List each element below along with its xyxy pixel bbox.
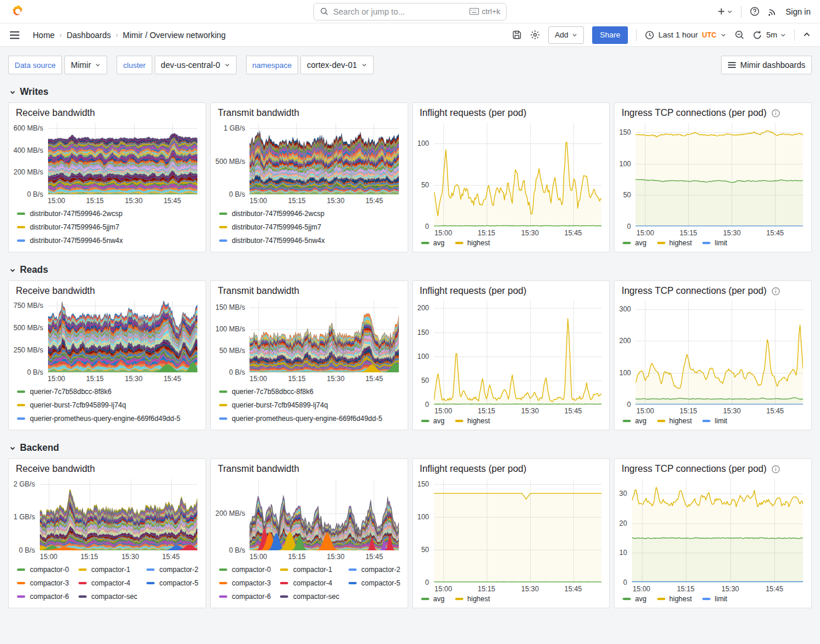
legend-label[interactable]: compactor-secondary-0 [91,592,137,601]
sign-in-button[interactable]: Sign in [785,7,811,16]
info-icon[interactable] [771,109,780,118]
legend-label[interactable]: limit [715,417,727,425]
legend-label[interactable]: avg [635,417,646,425]
panel-title[interactable]: Receive bandwidth [16,108,95,118]
legend-label[interactable]: compactor-3 [232,579,271,587]
breadcrumb-home[interactable]: Home [33,30,54,40]
section-header-backend[interactable]: Backend [9,443,811,453]
legend-item[interactable]: compactor-3 [17,576,69,590]
legend-label[interactable]: compactor-5 [159,579,199,587]
refresh-picker[interactable]: 5m [753,30,786,40]
legend-item[interactable]: compactor-4 [280,576,339,590]
chart-canvas[interactable] [250,301,399,372]
panel-title[interactable]: Receive bandwidth [16,464,95,474]
breadcrumb-dashboards[interactable]: Dashboards [67,30,111,40]
collapse-toolbar-icon[interactable] [803,31,811,39]
legend-item[interactable]: querier-prometheus-query-engine-669f6d49… [219,412,401,425]
chart-canvas[interactable] [48,123,197,194]
chart-canvas[interactable] [250,123,399,194]
panel-title[interactable]: Transmit bandwidth [218,464,299,474]
news-button[interactable] [768,7,777,16]
legend-item[interactable]: compactor-1 [78,563,137,576]
legend-item[interactable]: distributor-747f599946-2wcsp [219,207,401,220]
legend-label[interactable]: distributor-747f599946-5nw4x [30,237,123,245]
legend-label[interactable]: highest [669,417,692,425]
panel-title[interactable]: Inflight requests (per pod) [420,286,527,296]
legend-item[interactable]: compactor-2 [348,563,401,576]
legend-item[interactable]: distributor-747f599946-2wcsp [17,207,199,220]
legend-label[interactable]: avg [433,595,445,603]
legend-item[interactable]: distributor-747f599946-5jjm7 [17,220,199,234]
legend-item[interactable]: highest [455,595,490,603]
legend-label[interactable]: querier-burst-7cfb945899-lj74q [30,401,126,409]
legend-label[interactable]: compactor-3 [30,579,69,587]
legend-label[interactable]: highest [669,239,692,247]
cluster-select[interactable]: dev-us-central-0 [155,56,237,74]
legend-label[interactable]: compactor-2 [159,566,199,574]
legend-item[interactable]: compactor-0 [219,563,271,576]
legend-item[interactable]: compactor-secondary-0 [78,590,137,603]
share-button[interactable]: Share [592,26,628,44]
legend-label[interactable]: limit [715,595,727,603]
legend-item[interactable]: distributor-747f599946-5jjm7 [219,220,401,234]
legend-item[interactable]: limit [702,239,727,247]
legend-label[interactable]: limit [715,239,727,247]
menu-icon[interactable] [9,31,20,39]
legend-label[interactable]: compactor-6 [30,592,69,601]
legend-item[interactable]: querier-7c7b58dbcc-8f8k6 [17,385,199,398]
legend-label[interactable]: distributor-747f599946-2wcsp [232,210,324,218]
legend-item[interactable]: avg [421,595,445,603]
legend-label[interactable]: compactor-2 [361,566,401,574]
legend-label[interactable]: querier-prometheus-query-engine-669f6d49… [30,415,180,423]
legend-label[interactable]: querier-burst-7cfb945899-lj74q [232,401,328,409]
legend-item[interactable]: compactor-3 [219,576,271,590]
chart-canvas[interactable] [434,301,602,405]
legend-item[interactable]: limit [702,417,727,425]
panel-title[interactable]: Inflight requests (per pod) [420,464,527,474]
gear-icon[interactable] [530,30,540,40]
legend-item[interactable]: avg [421,239,445,247]
legend-label[interactable]: querier-7c7b58dbcc-8f8k6 [232,388,313,396]
legend-label[interactable]: avg [433,239,445,247]
chart-canvas[interactable] [636,123,803,227]
legend-item[interactable]: querier-prometheus-query-engine-669f6d49… [17,412,199,425]
legend-label[interactable]: highest [467,417,490,425]
legend-item[interactable]: avg [421,417,445,425]
panel-title[interactable]: Transmit bandwidth [218,108,299,118]
section-header-reads[interactable]: Reads [9,265,811,275]
legend-label[interactable]: avg [635,595,646,603]
legend-label[interactable]: highest [467,239,490,247]
panel-title[interactable]: Ingress TCP connections (per pod) [621,286,767,296]
legend-label[interactable]: avg [635,239,646,247]
section-header-writes[interactable]: Writes [9,87,811,97]
namespace-select[interactable]: cortex-dev-01 [300,56,374,74]
legend-label[interactable]: distributor-747f599946-5nw4x [232,237,325,245]
legend-label[interactable]: compactor-secondary-0 [293,592,339,601]
legend-label[interactable]: compactor-4 [91,579,131,587]
legend-label[interactable]: compactor-4 [293,579,332,587]
legend-item[interactable]: compactor-6 [17,590,69,603]
legend-item[interactable]: limit [702,595,727,603]
legend-item[interactable]: compactor-5 [146,576,199,590]
legend-label[interactable]: distributor-747f599946-5jjm7 [30,223,119,231]
grafana-logo[interactable] [9,4,24,19]
legend-item[interactable]: compactor-1 [280,563,339,576]
chart-canvas[interactable] [48,301,197,372]
legend-item[interactable]: compactor-2 [146,563,199,576]
legend-item[interactable]: querier-burst-7cfb945899-lj74q [17,398,199,412]
new-menu-button[interactable] [717,7,733,16]
legend-item[interactable]: highest [657,417,692,425]
legend-label[interactable]: avg [433,417,445,425]
time-range-picker[interactable]: Last 1 hour UTC [645,30,726,40]
legend-item[interactable]: compactor-5 [348,576,401,590]
info-icon[interactable] [771,287,780,296]
panel-title[interactable]: Receive bandwidth [16,286,95,296]
info-icon[interactable] [771,465,780,474]
legend-label[interactable]: compactor-6 [232,592,271,601]
help-button[interactable] [750,6,760,16]
legend-label[interactable]: compactor-1 [91,566,131,574]
mimir-dashboards-button[interactable]: Mimir dashboards [721,56,812,74]
legend-label[interactable]: querier-7c7b58dbcc-8f8k6 [30,388,111,396]
legend-label[interactable]: compactor-0 [30,566,69,574]
chart-canvas[interactable] [636,301,803,405]
